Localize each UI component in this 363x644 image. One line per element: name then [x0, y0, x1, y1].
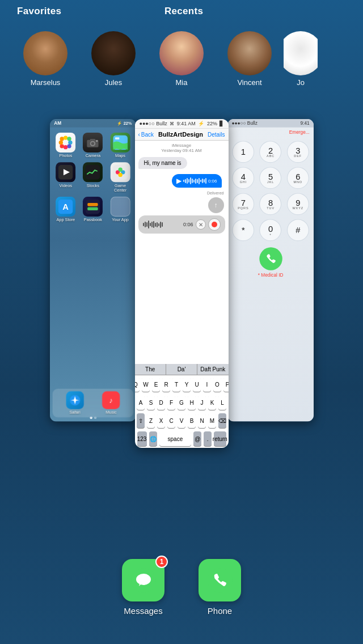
app-icon-photos[interactable]: Photos [54, 133, 77, 158]
key-x[interactable]: X [157, 413, 165, 428]
recording-cancel-button[interactable]: ✕ [196, 219, 206, 230]
msg-status-battery-icon: ▊ [220, 121, 223, 126]
key-q[interactable]: Q [135, 377, 140, 392]
msg-back-button[interactable]: ‹ Back [138, 132, 154, 138]
svg-point-3 [68, 141, 72, 145]
key-v[interactable]: V [178, 413, 185, 428]
dial-star[interactable]: * [232, 219, 254, 242]
app-icon-passbook[interactable]: Passbook [81, 197, 104, 222]
dial-5[interactable]: 5JKL [259, 167, 281, 189]
key-d[interactable]: D [157, 395, 165, 410]
call-button[interactable] [259, 247, 281, 270]
key-i[interactable]: I [203, 377, 211, 392]
contact-vincent[interactable]: Vincent [216, 31, 284, 87]
key-t[interactable]: T [172, 377, 180, 392]
right-app-card[interactable]: ●●●○○ Bullz 9:41 Emerge... 1 2ABC 3DEF 4… [227, 119, 314, 422]
msg-contact-title: BullzArtDesign [158, 131, 203, 138]
key-s[interactable]: S [147, 395, 155, 410]
videos-label: Videos [59, 183, 71, 188]
key-b[interactable]: B [188, 413, 196, 428]
chevron-left-icon: ‹ [138, 132, 140, 138]
key-u[interactable]: U [193, 377, 201, 392]
key-space[interactable]: space [159, 431, 192, 446]
key-k[interactable]: K [208, 395, 216, 410]
camera-label: Camera [85, 154, 100, 158]
key-globe[interactable]: 🌐 [149, 431, 157, 446]
contact-jules[interactable]: Jules [79, 31, 147, 87]
dial-1[interactable]: 1 [232, 141, 254, 163]
contact-jo[interactable]: Jo [284, 31, 318, 87]
key-z[interactable]: Z [147, 413, 155, 428]
msg-bubble-sent-audio: ▶ 0:06 [172, 174, 222, 188]
key-period[interactable]: . [204, 431, 212, 446]
app-icon-appstore[interactable]: A App Store [54, 197, 77, 222]
phone-icon[interactable] [199, 559, 241, 601]
appstore-icon: A [56, 197, 75, 217]
recording-stop-button[interactable] [208, 218, 221, 231]
app-icon-camera[interactable]: Camera [81, 133, 104, 158]
key-n[interactable]: N [198, 413, 206, 428]
autocomplete-item-1[interactable]: The [135, 364, 166, 375]
dial-7[interactable]: 7PQRS [232, 193, 254, 215]
autocomplete-bar: The Da' Daft Punk [135, 364, 229, 375]
key-g[interactable]: G [178, 395, 185, 410]
key-p[interactable]: P [223, 377, 229, 392]
left-app-card[interactable]: AM ⚡ 22% Photos [50, 119, 136, 422]
key-123[interactable]: 123 [137, 431, 147, 446]
key-f[interactable]: F [167, 395, 175, 410]
key-c[interactable]: C [167, 413, 175, 428]
passbook-label: Passbook [83, 218, 102, 222]
dock-messages[interactable]: 1 Messages [122, 559, 164, 616]
msg-details-button[interactable]: Details [208, 132, 225, 138]
app-icon-videos[interactable]: Videos [54, 162, 77, 192]
dock-phone[interactable]: Phone [199, 559, 241, 616]
bluetooth-icon: ⚡ [116, 121, 121, 125]
keyboard-row-2: ASDFGHJKL [135, 393, 229, 412]
key-o[interactable]: O [213, 377, 221, 392]
key-delete[interactable]: ⌫ [218, 413, 226, 428]
key-l[interactable]: L [218, 395, 226, 410]
key-e[interactable]: E [152, 377, 160, 392]
svg-text:♪: ♪ [109, 396, 112, 404]
dial-6[interactable]: 6MNO [286, 167, 309, 189]
autocomplete-item-2[interactable]: Da' [166, 364, 197, 375]
key-a[interactable]: A [137, 395, 145, 410]
audio-waveform [183, 177, 206, 184]
key-w[interactable]: W [142, 377, 150, 392]
key-h[interactable]: H [188, 395, 196, 410]
dial-4[interactable]: 4GHI [232, 167, 254, 189]
dial-hash[interactable]: # [286, 219, 309, 242]
app-icon-gamecenter[interactable]: Game Center [108, 162, 132, 192]
autocomplete-item-3[interactable]: Daft Punk [197, 364, 228, 375]
key-m[interactable]: M [208, 413, 216, 428]
key-j[interactable]: J [198, 395, 206, 410]
imessage-bg: ●●●○○ Bullz ⌘ 9:41 AM ⚡ 22% ▊ ‹ Back Bul… [135, 119, 229, 448]
contact-marselus[interactable]: Marselus [11, 31, 79, 87]
dial-9[interactable]: 9WXYZ [286, 193, 309, 215]
medical-id-label[interactable]: * Medical ID [227, 272, 314, 277]
scroll-up-button[interactable]: ↑ [208, 197, 224, 213]
contact-name-vincent: Vincent [237, 78, 261, 87]
key-return[interactable]: return [214, 431, 226, 446]
dial-0[interactable]: 0+ [259, 219, 281, 242]
dock-music[interactable]: ♪ Music [102, 391, 120, 414]
dial-2[interactable]: 2ABC [259, 141, 281, 163]
favorites-label: Favorites [17, 6, 61, 17]
app-icon-stocks[interactable]: Stocks [81, 162, 104, 192]
key-y[interactable]: Y [183, 377, 191, 392]
msg-back-label: Back [141, 132, 154, 138]
center-app-card[interactable]: ●●●○○ Bullz ⌘ 9:41 AM ⚡ 22% ▊ ‹ Back Bul… [135, 119, 229, 448]
left-dock: Safari ♪ Music [52, 389, 133, 418]
app-icon-maps[interactable]: Maps [108, 133, 132, 158]
app-icon-yourapp[interactable]: Your App [108, 197, 132, 222]
contact-mia[interactable]: Mia [147, 31, 216, 87]
key-r[interactable]: R [162, 377, 170, 392]
messages-icon[interactable]: 1 [122, 559, 164, 601]
dock-safari[interactable]: Safari [66, 391, 83, 414]
svg-rect-27 [87, 207, 98, 210]
dial-8[interactable]: 8TUV [259, 193, 281, 215]
dial-3[interactable]: 3DEF [286, 141, 309, 163]
key-at[interactable]: @ [193, 431, 201, 446]
avatar-marselus [23, 31, 67, 75]
key-shift[interactable]: ⇧ [137, 413, 145, 428]
